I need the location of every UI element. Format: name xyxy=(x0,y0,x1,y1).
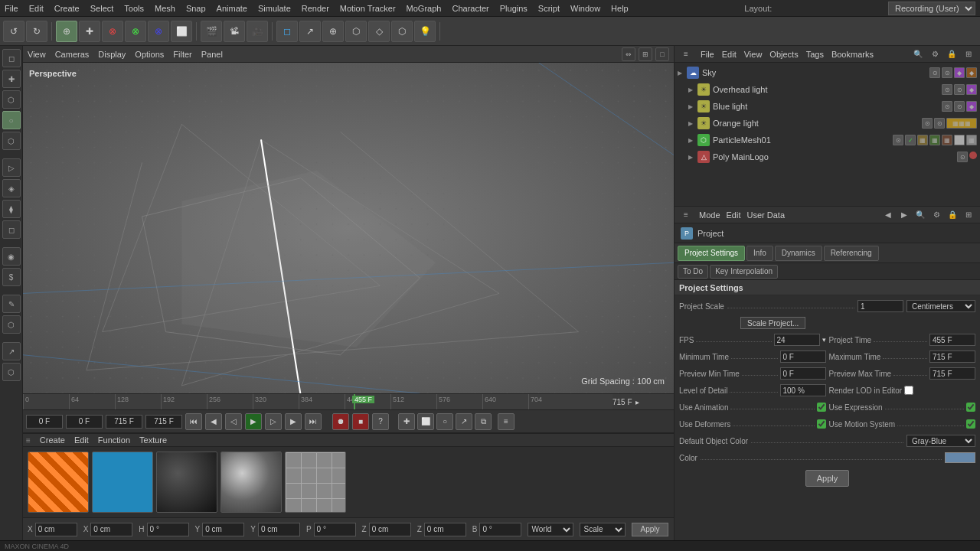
vp-ctrl-arrows[interactable]: ⇔ xyxy=(622,47,635,61)
orange-render-icon[interactable]: ⊙ xyxy=(934,118,945,129)
toolbar-deform[interactable]: ◇ xyxy=(368,21,390,42)
layout-selector[interactable]: Recording (User) xyxy=(888,2,975,15)
vp-ctrl-grid[interactable]: ⊞ xyxy=(639,47,652,61)
coord-h-input[interactable] xyxy=(147,523,189,536)
toolbar-rotate-y[interactable]: ⊗ xyxy=(125,21,146,42)
menu-simulate[interactable]: Simulate xyxy=(258,4,291,13)
menu-render[interactable]: Render xyxy=(302,4,329,13)
timeline-end-arrow[interactable]: ▸ xyxy=(635,398,639,406)
particles-tag2-icon[interactable]: ▦ xyxy=(929,135,940,145)
toolbar-bend[interactable]: ↗ xyxy=(299,21,321,42)
mat-tab-edit[interactable]: Edit xyxy=(74,435,89,445)
menu-create[interactable]: Create xyxy=(54,4,80,13)
coord-b-input[interactable] xyxy=(479,523,521,536)
particles-tag3-icon[interactable]: ▦ xyxy=(942,135,952,145)
material-grid[interactable] xyxy=(285,452,346,513)
toolbar-render-all[interactable]: 🎥 xyxy=(247,21,268,42)
props-search-icon[interactable]: 🔍 xyxy=(913,208,927,222)
material-orange[interactable] xyxy=(28,452,89,513)
left-icon-9[interactable]: ◻ xyxy=(2,220,21,239)
particles-check-icon[interactable]: ✓ xyxy=(905,135,916,145)
vp-header-view[interactable]: View xyxy=(28,50,46,59)
toolbar-camera[interactable]: ⬡ xyxy=(391,21,413,42)
transport-multi[interactable]: ⧉ xyxy=(475,413,492,430)
subtab-key-interp[interactable]: Key Interpolation xyxy=(710,265,778,279)
use-deformers-checkbox[interactable] xyxy=(817,419,826,429)
preview-min-input[interactable] xyxy=(780,367,826,380)
blue-tag-icon[interactable]: ◆ xyxy=(966,101,977,112)
project-scale-input[interactable] xyxy=(858,300,903,312)
left-icon-7[interactable]: ◈ xyxy=(2,179,21,197)
material-blue[interactable] xyxy=(92,452,153,513)
use-expr-checkbox[interactable] xyxy=(966,403,975,412)
left-icon-6[interactable]: ▷ xyxy=(2,158,21,177)
project-time-input[interactable] xyxy=(929,334,975,346)
vp-header-display[interactable]: Display xyxy=(98,50,126,59)
scale-project-btn[interactable]: Scale Project... xyxy=(740,317,805,329)
obj-header-tags[interactable]: Tags xyxy=(806,50,824,59)
coord-apply-btn[interactable]: Apply xyxy=(632,523,668,536)
menu-help[interactable]: Help xyxy=(611,4,629,13)
blue-render-icon[interactable]: ⊙ xyxy=(954,101,965,112)
left-icon-15[interactable]: ⬡ xyxy=(2,363,21,381)
sky-render-icon[interactable]: ⊙ xyxy=(942,67,952,78)
poly-vis-icon[interactable]: ⊙ xyxy=(957,152,968,162)
left-icon-10[interactable]: ◉ xyxy=(2,247,21,266)
particles-tag1-icon[interactable]: ▦ xyxy=(917,135,928,145)
props-header-mode[interactable]: Mode xyxy=(699,210,720,220)
tab-dynamics[interactable]: Dynamics xyxy=(775,246,822,261)
transport-scale-tool[interactable]: ⬜ xyxy=(417,413,434,430)
sky-vis-icon[interactable]: ⊙ xyxy=(929,67,940,78)
menu-mesh[interactable]: Mesh xyxy=(155,4,175,13)
toolbar-scale[interactable]: ⬜ xyxy=(171,21,192,42)
use-anim-checkbox[interactable] xyxy=(817,403,826,412)
toolbar-select[interactable]: ⊕ xyxy=(56,21,77,42)
viewport[interactable]: X Y Perspective Grid Spacing : 100 cm xyxy=(23,63,674,393)
objects-expand-icon[interactable]: ⊞ xyxy=(962,47,975,61)
left-icon-12[interactable]: ✎ xyxy=(2,295,21,313)
subtab-todo[interactable]: To Do xyxy=(678,265,708,279)
timeline-numbers[interactable]: 0 64 128 192 256 320 384 448 512 576 640… xyxy=(23,394,674,409)
mat-tab-create[interactable]: Create xyxy=(40,435,65,445)
objects-lock-icon[interactable]: 🔒 xyxy=(945,47,959,61)
transport-prev-key[interactable]: ◀ xyxy=(205,413,222,430)
transport-info[interactable]: ? xyxy=(372,413,389,430)
max-time-input[interactable] xyxy=(929,350,975,363)
transport-start[interactable] xyxy=(26,415,63,429)
sky-tag2-icon[interactable]: ◆ xyxy=(966,67,977,78)
menu-plugins[interactable]: Plugins xyxy=(500,4,528,13)
menu-edit[interactable]: Edit xyxy=(29,4,44,13)
coord-y2-input[interactable] xyxy=(258,523,300,536)
orange-vis-icon[interactable]: ⊙ xyxy=(922,118,933,129)
obj-row-overhead[interactable]: ▶ ☀ Overhead light ⊙ ⊙ ◆ xyxy=(675,81,980,98)
obj-header-objects[interactable]: Objects xyxy=(769,50,798,59)
toolbar-move[interactable]: ✚ xyxy=(79,21,100,42)
menu-file[interactable]: File xyxy=(5,4,18,13)
left-icon-3[interactable]: ⬡ xyxy=(2,90,21,109)
overhead-tag-icon[interactable]: ◆ xyxy=(966,84,977,95)
props-settings-icon[interactable]: ⚙ xyxy=(929,208,943,222)
props-back-icon[interactable]: ◀ xyxy=(881,208,895,222)
obj-row-sky[interactable]: ▶ ☁ Sky ⊙ ⊙ ◆ ◆ xyxy=(675,64,980,81)
material-dark[interactable] xyxy=(156,452,217,513)
left-icon-1[interactable]: ◻ xyxy=(2,49,21,67)
coord-x2-input[interactable] xyxy=(90,523,132,536)
left-icon-13[interactable]: ⬡ xyxy=(2,315,21,334)
toolbar-rotate-z[interactable]: ⊗ xyxy=(148,21,169,42)
coord-z-input[interactable] xyxy=(369,523,411,536)
toolbar-cube[interactable]: ◻ xyxy=(276,21,298,42)
props-lock-icon[interactable]: 🔒 xyxy=(946,208,959,222)
coord-x-input[interactable] xyxy=(35,523,77,536)
overhead-vis-icon[interactable]: ⊙ xyxy=(942,84,952,95)
vp-header-filter[interactable]: Filter xyxy=(173,50,191,59)
obj-header-bookmarks[interactable]: Bookmarks xyxy=(831,50,874,59)
transport-prev-frame[interactable]: ◁ xyxy=(225,413,242,430)
props-forward-icon[interactable]: ▶ xyxy=(897,208,911,222)
coord-world-select[interactable]: World xyxy=(528,523,573,536)
fps-stepper[interactable]: ▾ xyxy=(822,336,826,344)
material-gray-sphere[interactable] xyxy=(220,452,282,513)
obj-header-edit[interactable]: Edit xyxy=(722,50,737,59)
coord-y-input[interactable] xyxy=(202,523,244,536)
transport-move-tool[interactable]: ✚ xyxy=(398,413,415,430)
color-swatch[interactable] xyxy=(945,452,975,463)
